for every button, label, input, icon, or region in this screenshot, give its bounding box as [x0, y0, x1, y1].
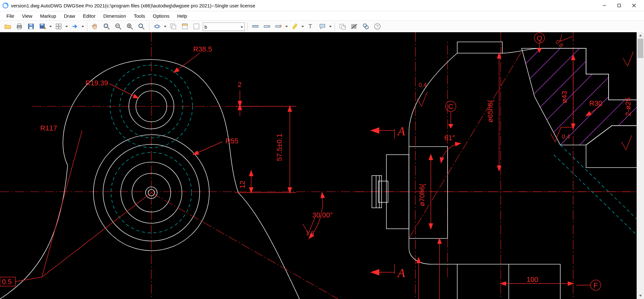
forward-caret-icon[interactable] [80, 22, 85, 32]
datum-q: Q [534, 33, 545, 53]
svg-line-109 [599, 142, 637, 184]
save-as-icon [39, 23, 46, 31]
menu-help[interactable]: Help [173, 12, 191, 20]
orbit-icon [154, 23, 161, 31]
comment-icon [319, 23, 326, 31]
svg-text:C: C [448, 102, 453, 111]
zoom-extents-icon [138, 23, 145, 31]
highlighter-button[interactable] [289, 21, 300, 32]
measure-angle-button[interactable] [261, 21, 272, 32]
comment-caret-icon[interactable] [328, 22, 333, 32]
scroll-down-icon[interactable] [637, 293, 644, 299]
dim-r19-39: R19.39 [85, 79, 108, 87]
layer-iso-icon [193, 23, 200, 31]
view-mode-dropdown[interactable] [53, 21, 69, 32]
help-button[interactable]: ? [372, 21, 383, 32]
window-title: version1.dwg AutoDWG DWGSee Pro 2021(c:\… [11, 3, 255, 8]
layer-props-button[interactable] [179, 21, 190, 32]
text-button[interactable]: T [305, 21, 316, 32]
count-button[interactable] [349, 21, 360, 32]
text-icon: T [307, 23, 314, 31]
save-as-button[interactable] [37, 21, 48, 32]
menu-tools[interactable]: Tools [130, 12, 149, 20]
maximize-button[interactable] [612, 1, 627, 10]
dim-2-dia25: 2-ø25 [624, 98, 632, 116]
comment-dropdown[interactable] [317, 21, 333, 32]
highlighter-caret-icon[interactable] [300, 22, 305, 32]
svg-text:A: A [397, 266, 405, 280]
highlighter-dropdown[interactable] [289, 21, 305, 32]
zoom-extents-button[interactable] [136, 21, 147, 32]
scroll-up-icon[interactable] [637, 32, 644, 39]
view-mode-button[interactable] [53, 21, 64, 32]
scrollbar-thumb[interactable] [638, 39, 643, 58]
svg-rect-10 [29, 27, 33, 29]
drawing-canvas[interactable]: R38.5 R19.39 R117 R55 57.5±0.1 2 12 30.0… [0, 32, 644, 299]
comment-button[interactable] [317, 21, 328, 32]
svg-line-18 [108, 27, 109, 29]
surf-1-6: 1.6 [306, 230, 314, 236]
forward-dropdown[interactable] [69, 21, 85, 32]
orbit-button[interactable] [152, 21, 163, 32]
find-button[interactable] [360, 21, 371, 32]
svg-rect-44 [294, 24, 297, 27]
menu-draw[interactable]: Draw [60, 12, 79, 20]
zoom-window-button[interactable] [101, 21, 112, 32]
vertical-scrollbar[interactable] [637, 32, 644, 299]
zoom-out-button[interactable] [113, 21, 124, 32]
menu-view[interactable]: View [18, 12, 36, 20]
help-icon: ? [374, 23, 381, 31]
measure-distance-icon [252, 23, 259, 31]
menu-bar: File View Markup Draw Editor Dimension T… [0, 11, 644, 20]
layers-button[interactable] [168, 21, 179, 32]
dim-2: 2 [238, 81, 242, 89]
dim-r30: R30 [589, 99, 602, 107]
svg-line-21 [119, 27, 121, 29]
section-a-top: A [370, 124, 405, 138]
save-as-caret-icon[interactable] [48, 22, 53, 32]
save-as-dropdown[interactable] [37, 21, 53, 32]
layer-combo[interactable]: b [203, 23, 245, 31]
svg-rect-15 [56, 27, 58, 29]
view-mode-caret-icon[interactable] [64, 22, 69, 32]
print-button[interactable] [14, 21, 25, 32]
forward-button[interactable] [69, 21, 80, 32]
measure-area-icon [275, 23, 282, 31]
layer-iso-button[interactable] [191, 21, 202, 32]
measure-area-dropdown[interactable] [273, 21, 289, 32]
svg-rect-7 [18, 27, 21, 29]
close-button[interactable] [627, 1, 641, 10]
orbit-caret-icon[interactable] [163, 22, 167, 32]
measure-area-caret-icon[interactable] [284, 22, 289, 32]
svg-line-99 [515, 32, 580, 74]
svg-line-111 [554, 155, 637, 235]
menu-file[interactable]: File [3, 12, 18, 20]
svg-rect-19 [105, 25, 107, 27]
svg-rect-12 [41, 24, 43, 25]
menu-dimension[interactable]: Dimension [99, 12, 130, 20]
export-image-button[interactable] [337, 21, 348, 32]
open-button[interactable] [2, 21, 13, 32]
title-bar: version1.dwg AutoDWG DWGSee Pro 2021(c:\… [0, 0, 644, 11]
layers-icon [170, 23, 177, 31]
measure-distance-button[interactable] [250, 21, 261, 32]
pan-button[interactable] [90, 21, 100, 32]
svg-point-54 [365, 26, 368, 29]
count-icon [351, 23, 358, 31]
zoom-in-button[interactable] [124, 21, 135, 32]
save-button[interactable] [25, 21, 36, 32]
zoom-window-icon [103, 23, 110, 31]
svg-line-102 [535, 32, 618, 113]
minimize-button[interactable] [597, 1, 612, 10]
find-icon [362, 23, 369, 31]
menu-markup[interactable]: Markup [36, 12, 60, 20]
orbit-dropdown[interactable] [151, 21, 167, 32]
menu-options[interactable]: Options [149, 12, 174, 20]
highlighter-icon [291, 23, 298, 31]
menu-editor[interactable]: Editor [79, 12, 99, 20]
export-image-icon [339, 23, 346, 31]
svg-line-71 [174, 53, 200, 72]
measure-area-button[interactable] [273, 21, 284, 32]
toolbar: b T ? [0, 20, 644, 33]
svg-line-28 [142, 27, 144, 29]
